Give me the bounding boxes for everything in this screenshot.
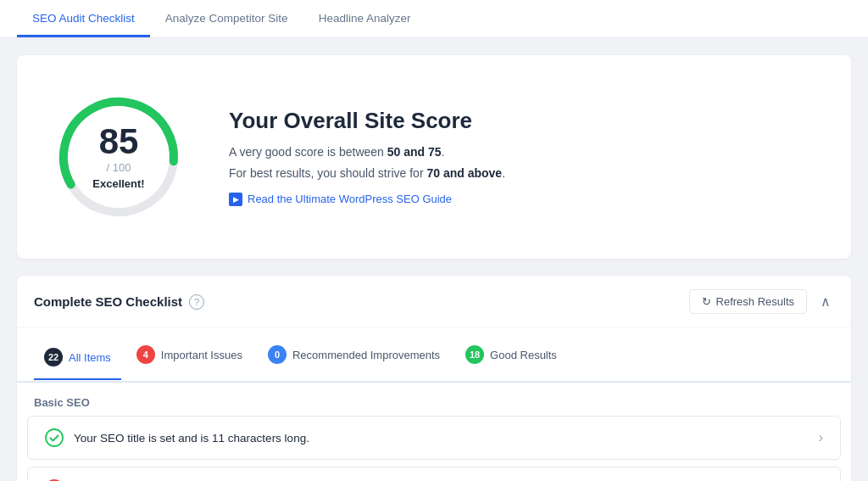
badge-important: 4 — [136, 345, 155, 364]
score-label: Excellent! — [92, 177, 144, 190]
filter-tab-good[interactable]: 18 Good Results — [455, 340, 567, 369]
success-icon-1 — [45, 428, 64, 447]
item-1-text: Your SEO title is set and is 11 characte… — [74, 432, 309, 445]
main-container: SEO Audit Checklist Analyze Competitor S… — [0, 0, 868, 481]
score-inner: 85 / 100 Excellent! — [92, 124, 144, 190]
filter-tab-good-label: Good Results — [490, 349, 557, 361]
filter-tab-important[interactable]: 4 Important Issues — [126, 340, 253, 369]
score-title: Your Overall Site Score — [229, 108, 505, 134]
chevron-right-1: › — [819, 430, 823, 445]
checklist-card: Complete SEO Checklist ? ↻ Refresh Resul… — [17, 276, 851, 481]
score-max: / 100 — [92, 161, 144, 174]
score-link-text: Read the Ultimate WordPress SEO Guide — [248, 193, 452, 205]
badge-all: 22 — [44, 348, 63, 366]
filter-tab-recommended-label: Recommended Improvements — [292, 349, 440, 361]
filter-tab-all-label: All Items — [69, 351, 111, 364]
score-info: Your Overall Site Score A very good scor… — [229, 108, 505, 206]
checklist-item-1-left: Your SEO title is set and is 11 characte… — [45, 428, 309, 447]
section-title: Basic SEO — [17, 383, 851, 416]
checklist-item-1[interactable]: Your SEO title is set and is 11 characte… — [27, 416, 841, 460]
tab-competitor[interactable]: Analyze Competitor Site — [150, 0, 303, 37]
score-number: 85 — [92, 124, 144, 159]
filter-tab-recommended[interactable]: 0 Recommended Improvements — [258, 340, 450, 369]
score-link[interactable]: ▶ Read the Ultimate WordPress SEO Guide — [229, 193, 452, 206]
tabs-bar: SEO Audit Checklist Analyze Competitor S… — [0, 0, 868, 38]
collapse-button[interactable]: ∧ — [817, 292, 834, 311]
refresh-icon: ↻ — [702, 295, 711, 308]
refresh-button[interactable]: ↻ Refresh Results — [689, 289, 807, 314]
score-desc-line2: For best results, you should strive for … — [229, 164, 505, 182]
checklist-title: Complete SEO Checklist — [34, 294, 182, 309]
filter-tabs: 22 All Items 4 Important Issues 0 Recomm… — [17, 328, 851, 383]
score-desc-line1: A very good score is between 50 and 75. — [229, 143, 505, 161]
score-card: 85 / 100 Excellent! Your Overall Site Sc… — [17, 55, 851, 259]
checklist-header: Complete SEO Checklist ? ↻ Refresh Resul… — [17, 276, 851, 328]
help-icon[interactable]: ? — [189, 294, 204, 310]
badge-good: 18 — [465, 345, 484, 364]
filter-tab-all[interactable]: 22 All Items — [34, 343, 121, 380]
checklist-item-2[interactable]: No meta description was found for your p… — [27, 467, 841, 481]
content-area: 85 / 100 Excellent! Your Overall Site Sc… — [0, 38, 868, 481]
svg-point-0 — [46, 429, 63, 446]
filter-tab-important-label: Important Issues — [161, 349, 242, 361]
tab-seo-audit[interactable]: SEO Audit Checklist — [17, 0, 150, 37]
checklist-title-group: Complete SEO Checklist ? — [34, 294, 204, 310]
tab-headline[interactable]: Headline Analyzer — [303, 0, 426, 37]
score-circle: 85 / 100 Excellent! — [51, 89, 186, 225]
badge-recommended: 0 — [268, 345, 287, 364]
link-icon: ▶ — [229, 193, 242, 206]
checklist-actions: ↻ Refresh Results ∧ — [689, 289, 834, 314]
refresh-label: Refresh Results — [716, 295, 794, 308]
